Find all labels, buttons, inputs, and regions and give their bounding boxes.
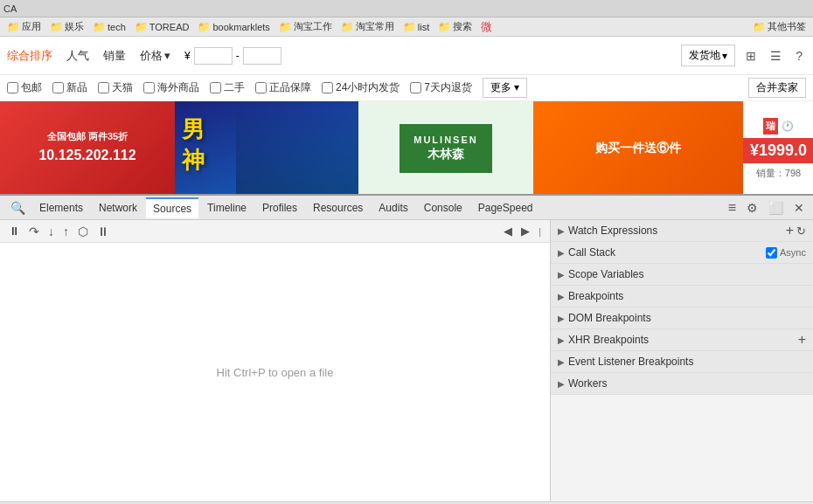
filter-7day[interactable]: 7天内退货 xyxy=(410,80,472,95)
async-checkbox[interactable] xyxy=(766,247,777,259)
workers-header[interactable]: ▶ Workers xyxy=(551,373,813,394)
watch-expressions-header[interactable]: ▶ Watch Expressions + ↻ xyxy=(551,220,813,241)
help-btn[interactable]: ? xyxy=(792,47,806,65)
frame-step-back-btn[interactable]: ◀ xyxy=(500,224,516,238)
filter-free-shipping[interactable]: 包邮 xyxy=(7,80,42,95)
nav-right: 发货地 ▾ ⊞ ☰ ? xyxy=(681,45,806,66)
step-into-btn[interactable]: ↓ xyxy=(45,224,58,239)
xhr-add-btn[interactable]: + xyxy=(798,333,806,347)
tab-sources[interactable]: Sources xyxy=(146,197,198,218)
bookmark-bookmarklets[interactable]: 📁 bookmarklets xyxy=(194,19,273,35)
banner-promo[interactable]: 购买一件送⑥件 xyxy=(533,101,743,194)
folder-icon: 📁 xyxy=(753,21,766,33)
bookmark-taobao-work[interactable]: 📁 淘宝工作 xyxy=(275,18,336,35)
frame-step-forward-btn[interactable]: ▶ xyxy=(518,224,533,238)
banner-area: 全国包邮 两件35折 10.125.202.112 男神 MULINSEN 木林… xyxy=(0,101,813,194)
watch-add-btn[interactable]: + xyxy=(786,224,794,238)
banner-middle[interactable]: 男神 xyxy=(175,101,358,194)
event-listener-breakpoints-label: Event Listener Breakpoints xyxy=(568,356,693,368)
genuine-checkbox[interactable] xyxy=(255,82,267,93)
free-shipping-checkbox[interactable] xyxy=(7,82,18,93)
section-call-stack: ▶ Call Stack Async xyxy=(551,242,813,264)
bookmark-entertainment[interactable]: 📁 娱乐 xyxy=(46,18,87,35)
folder-icon: 📁 xyxy=(135,21,148,33)
xhr-breakpoints-header[interactable]: ▶ XHR Breakpoints + xyxy=(551,329,813,350)
bookmark-list[interactable]: 📁 list xyxy=(400,19,433,35)
tab-elements[interactable]: Elements xyxy=(32,198,90,217)
bookmark-apps[interactable]: 📁 应用 xyxy=(3,18,45,35)
tab-resources[interactable]: Resources xyxy=(306,198,370,217)
more-filters-btn[interactable]: 更多 ▾ xyxy=(483,78,527,98)
dom-breakpoints-header[interactable]: ▶ DOM Breakpoints xyxy=(551,307,813,328)
devtools-body: ⏸ ↷ ↓ ↑ ⬡ ⏸ ◀ xyxy=(0,220,813,501)
devtools-search-btn[interactable]: 🔍 xyxy=(5,199,31,217)
watch-refresh-btn[interactable]: ↻ xyxy=(796,225,806,237)
24h-label: 24小时内发货 xyxy=(336,80,400,95)
step-out-icon: ↑ xyxy=(63,224,69,238)
nav-popularity[interactable]: 人气 xyxy=(66,48,89,64)
filter-new[interactable]: 新品 xyxy=(52,80,87,95)
nav-sales[interactable]: 销量 xyxy=(103,48,126,64)
overseas-checkbox[interactable] xyxy=(143,82,155,93)
filter-genuine[interactable]: 正品保障 xyxy=(255,80,311,95)
pause-exceptions-btn[interactable]: ⏸ xyxy=(94,224,113,239)
bookmark-taobao-common[interactable]: 📁 淘宝常用 xyxy=(337,18,398,35)
nav-sort[interactable]: 综合排序 xyxy=(7,48,52,64)
7day-checkbox[interactable] xyxy=(410,82,421,93)
tab-network[interactable]: Network xyxy=(92,198,144,217)
tab-timeline[interactable]: Timeline xyxy=(200,198,254,217)
filter-tmall[interactable]: 天猫 xyxy=(98,80,133,95)
settings-btn[interactable]: ⚙ xyxy=(743,199,761,217)
deactivate-icon: ⬡ xyxy=(78,224,88,238)
tmall-checkbox[interactable] xyxy=(98,82,109,93)
folder-icon: 📁 xyxy=(403,21,416,33)
scope-variables-header[interactable]: ▶ Scope Variables xyxy=(551,264,813,285)
filter-24h[interactable]: 24小时内发货 xyxy=(322,80,400,95)
close-devtools-btn[interactable]: ✕ xyxy=(790,199,808,217)
bookmark-toread[interactable]: 📁 TOREAD xyxy=(131,19,193,35)
pause-exceptions-icon: ⏸ xyxy=(97,224,109,238)
workers-label: Workers xyxy=(568,377,607,390)
merge-sellers-btn[interactable]: 合并卖家 xyxy=(748,78,806,98)
debugger-panel: ▶ Watch Expressions + ↻ ▶ Call Stack Asy… xyxy=(551,220,813,501)
filter-overseas[interactable]: 海外商品 xyxy=(143,80,199,95)
filter-bar: 包邮 新品 天猫 海外商品 二手 正品保障 24小时内发货 7天内退货 xyxy=(0,75,813,101)
bookmark-tech[interactable]: 📁 tech xyxy=(89,19,129,35)
call-stack-header[interactable]: ▶ Call Stack Async xyxy=(551,242,813,263)
call-stack-label: Call Stack xyxy=(568,246,615,259)
tab-profiles[interactable]: Profiles xyxy=(255,198,304,217)
price-min-input[interactable] xyxy=(194,47,233,65)
24h-checkbox[interactable] xyxy=(322,82,333,93)
folder-icon: 📁 xyxy=(279,21,292,33)
tab-audits[interactable]: Audits xyxy=(372,198,414,217)
price-max-input[interactable] xyxy=(243,47,281,65)
shipping-location-btn[interactable]: 发货地 ▾ xyxy=(681,45,735,66)
frame-forward-icon: ▶ xyxy=(521,224,530,238)
pause-resume-btn[interactable]: ⏸ xyxy=(5,224,24,238)
xhr-breakpoints-label: XHR Breakpoints xyxy=(568,334,649,346)
filter-secondhand[interactable]: 二手 xyxy=(210,80,245,95)
tab-console[interactable]: Console xyxy=(417,198,469,217)
breakpoints-header[interactable]: ▶ Breakpoints xyxy=(551,286,813,307)
bookmark-label: 娱乐 xyxy=(65,20,84,33)
bookmark-others[interactable]: 📁 其他书签 xyxy=(749,18,810,35)
step-out-btn[interactable]: ↑ xyxy=(59,224,73,239)
step-over-btn[interactable]: ↷ xyxy=(25,224,43,239)
secondhand-checkbox[interactable] xyxy=(210,82,221,93)
nav-price[interactable]: 价格 ▾ xyxy=(140,48,170,64)
list-view-btn[interactable]: ☰ xyxy=(767,47,785,65)
event-listener-breakpoints-header[interactable]: ▶ Event Listener Breakpoints xyxy=(551,351,813,372)
frame-counter: | xyxy=(535,226,545,237)
banner-mulinsen[interactable]: MULINSEN 木林森 xyxy=(358,101,533,194)
bookmark-weibo[interactable]: 微 xyxy=(477,17,496,37)
bookmark-search[interactable]: 📁 搜索 xyxy=(434,18,476,35)
drawer-toggle-btn[interactable]: ≡ xyxy=(725,198,740,217)
bookmark-label: 应用 xyxy=(22,20,41,33)
grid-view-btn[interactable]: ⊞ xyxy=(742,47,760,65)
new-checkbox[interactable] xyxy=(52,82,64,93)
dock-btn[interactable]: ⬜ xyxy=(765,199,787,217)
section-scope-variables: ▶ Scope Variables xyxy=(551,264,813,286)
banner-left[interactable]: 全国包邮 两件35折 10.125.202.112 xyxy=(0,101,175,194)
deactivate-breakpoints-btn[interactable]: ⬡ xyxy=(74,224,92,239)
tab-pagespeed[interactable]: PageSpeed xyxy=(471,198,540,217)
